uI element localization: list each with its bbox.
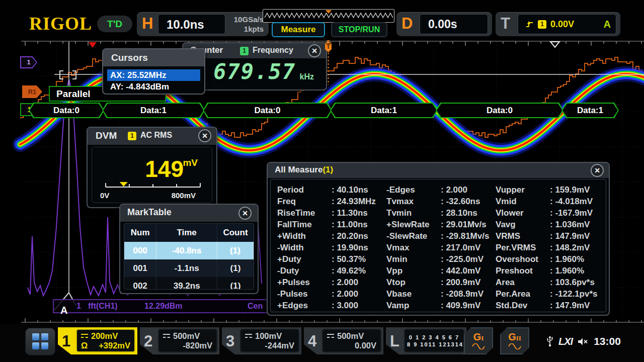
measure-row: +Width: 20.20ns <box>277 230 386 242</box>
measure-row: Area: 103.6pv*s <box>496 277 605 288</box>
marktable-close-button[interactable]: ✕ <box>238 207 252 220</box>
bottom-channel-bar: 1 200mV Ω +392mV 2 500mV -820mV 3 100mV <box>0 324 644 362</box>
delay-settings-group[interactable]: D 0.00s <box>396 12 492 36</box>
svg-text:T: T <box>327 43 331 50</box>
channel-2-offset: -820mV <box>183 341 212 350</box>
measure-row: -SlewRate: -29.81Mv/s <box>386 230 496 242</box>
dvm-scale-bar <box>105 180 201 189</box>
marktable-row[interactable]: 00239.2ns(1) <box>124 277 254 290</box>
cursor-ax-readout[interactable]: AX: 25.52MHz <box>107 69 200 81</box>
measure-menu-button[interactable]: Measure <box>272 22 325 37</box>
channel-3-button[interactable]: 3 100mV -244mV <box>222 327 301 354</box>
bus-segment: Data:1 <box>561 103 619 118</box>
dvm-title: DVM <box>96 130 117 141</box>
generator-2-button[interactable]: GII <box>500 327 529 354</box>
dvm-close-button[interactable]: ✕ <box>198 129 211 142</box>
dc-coupling-icon <box>163 333 170 339</box>
measure-row: Vupper: 159.9mV <box>496 184 605 196</box>
timebase-value[interactable]: 10.0ns <box>158 14 225 34</box>
marktable-body: 000-40.8ns(1)001-1.1ns(1)00239.2ns(1) <box>124 242 254 290</box>
rigol-logo: RIGOL <box>29 13 92 34</box>
channel-2-scale: 500mV <box>173 331 200 341</box>
channel-1-number: 1 <box>62 332 70 350</box>
channel-3-scale: 100mV <box>255 331 282 341</box>
menu-grid-icon <box>32 333 48 349</box>
marktable-panel: MarkTable ✕ Num Time Count 000-40.8ns(1)… <box>119 204 259 294</box>
measure-row: Vtop: 200.9mV <box>386 277 496 288</box>
channel-2-readout: 500mV -820mV <box>158 329 217 352</box>
channel-3-offset: -244mV <box>265 341 294 350</box>
marktable-panel-header[interactable]: MarkTable ✕ <box>120 205 258 222</box>
bus-segment: Data:0 <box>29 103 104 118</box>
all-measure-body: Period: 40.10nsFreq: 24.93MHzRiseTime: 1… <box>270 179 606 312</box>
speaker-muted-icon[interactable] <box>578 337 589 346</box>
trigger-settings-group[interactable]: T 1 0.00V A <box>496 12 620 36</box>
fft-center-marker[interactable] <box>89 42 97 48</box>
dvm-panel-header[interactable]: DVM 1 AC RMS ✕ <box>88 128 216 145</box>
measure-row: Vpp: 442.0mV <box>386 265 496 277</box>
counter-close-button[interactable]: ✕ <box>308 44 321 57</box>
bus-segment: Data:0 <box>436 103 564 118</box>
channel-4-scale: 500mV <box>337 331 364 341</box>
dvm-readout-area: 149 mV 0V 800mV <box>92 147 212 203</box>
measure-row: Vavg: 1.036mV <box>496 219 605 230</box>
measure-row: Tvmin: 28.10ns <box>386 207 496 219</box>
trigger-level-flag[interactable]: T <box>324 39 334 88</box>
measure-row: Vlower: -167.9mV <box>496 207 605 219</box>
measure-row: -Pulses: 2.000 <box>277 288 386 300</box>
channel-1-scale: 200mV <box>91 331 118 341</box>
channel-4-button[interactable]: 4 500mV 0.00V <box>304 327 383 354</box>
all-measure-source-suffix: (1) <box>323 165 333 174</box>
lxi-indicator: LXI <box>558 336 573 347</box>
dvm-mode-label: AC RMS <box>140 131 172 140</box>
generator-1-button[interactable]: GI <box>464 327 493 354</box>
marktable-row[interactable]: 000-40.8ns(1) <box>124 242 254 259</box>
measure-row: +Duty: 50.37% <box>277 253 386 265</box>
channel-1-button[interactable]: 1 200mV Ω +392mV <box>58 327 137 354</box>
cursor-ay-readout[interactable]: AY: -4.843dBm <box>107 81 200 93</box>
waveform-overview-strip[interactable] <box>263 9 394 23</box>
counter-value: 679.57 <box>213 59 296 84</box>
dc-coupling-icon <box>327 333 334 339</box>
measure-row: Freq: 24.93MHz <box>277 196 386 207</box>
marktable-header-row: Num Time Count <box>124 224 254 242</box>
main-menu-button[interactable] <box>25 328 55 355</box>
trigger-status-indicator: T'D <box>97 16 132 32</box>
bus-segment: Data:1 <box>102 103 205 118</box>
measure-column: Vupper: 159.9mVVmid: -4.018mVVlower: -16… <box>496 184 605 312</box>
top-status-bar: RIGOL T'D H 10.0ns 10GSa/s 1kpts Measure… <box>0 0 644 40</box>
all-measure-panel: All Measure(1) ✕ Period: 40.10nsFreq: 24… <box>267 162 610 316</box>
dvm-scale-max: 800mV <box>172 191 196 200</box>
delay-value[interactable]: 0.00s <box>420 14 488 34</box>
cursors-title: Cursors <box>111 52 148 63</box>
marktable-title: MarkTable <box>127 207 172 218</box>
trigger-label: T <box>501 15 510 33</box>
measure-row: Tvmax: -32.60ns <box>386 196 496 207</box>
generator-2-label: GII <box>508 332 521 343</box>
measure-row: Preshoot: 1.960% <box>496 265 605 277</box>
measure-row: -Edges: 2.000 <box>386 184 496 196</box>
dvm-source-badge: 1 <box>128 132 136 140</box>
measure-row: Per.VRMS: 148.2mV <box>496 242 605 253</box>
trigger-source-badge: 1 <box>538 20 546 29</box>
channel-4-readout: 500mV 0.00V <box>322 329 381 352</box>
marktable-row[interactable]: 001-1.1ns(1) <box>124 259 254 277</box>
sample-rate: 10GSa/s <box>234 15 264 24</box>
horizontal-settings-group[interactable]: H 10.0ns 10GSa/s 1kpts <box>137 12 269 36</box>
trigger-info-box[interactable]: 1 0.00V A <box>518 14 616 34</box>
trigger-position-marker[interactable] <box>550 42 559 47</box>
channel-1-impedance: Ω <box>81 341 88 350</box>
channel-2-button[interactable]: 2 500mV -820mV <box>140 327 219 354</box>
acquisition-info: 10GSa/s 1kpts <box>234 15 264 34</box>
measure-column: Period: 40.10nsFreq: 24.93MHzRiseTime: 1… <box>277 184 386 312</box>
trigger-sweep-mode: A <box>604 19 611 30</box>
stop-run-button[interactable]: STOP/RUN <box>331 22 387 37</box>
counter-unit: kHz <box>300 72 314 81</box>
cursors-panel-header[interactable]: Cursors <box>103 49 204 66</box>
all-measure-panel-header[interactable]: All Measure(1) ✕ <box>268 163 609 178</box>
channel-4-offset: 0.00V <box>355 341 376 350</box>
memory-depth: 1kpts <box>234 24 264 34</box>
logic-analyzer-button[interactable]: L 0 1 2 3 4 5 6 7 8 9 1011 12131415 <box>386 327 466 354</box>
all-measure-close-button[interactable]: ✕ <box>591 164 604 177</box>
marktable-col-count: Count <box>217 224 254 242</box>
